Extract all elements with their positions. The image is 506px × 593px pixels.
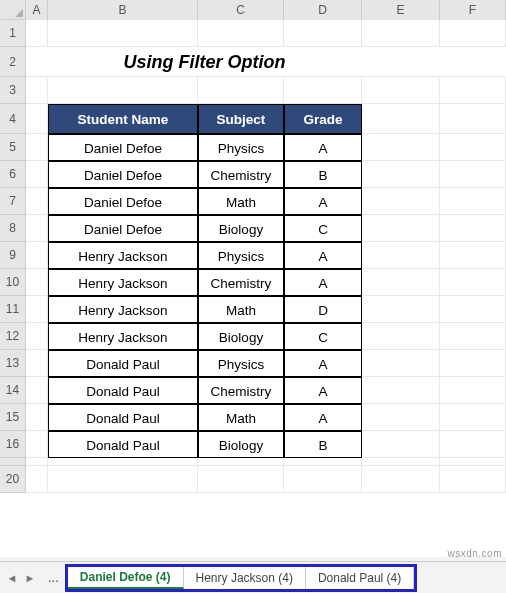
cell-student[interactable]: Donald Paul xyxy=(48,431,198,458)
row-header-8[interactable]: 8 xyxy=(0,215,26,242)
cell[interactable] xyxy=(440,466,506,493)
cell[interactable] xyxy=(440,269,506,296)
col-header-B[interactable]: B xyxy=(48,0,198,20)
cell-subject[interactable]: Physics xyxy=(198,134,284,161)
cell[interactable] xyxy=(26,377,48,404)
cell[interactable] xyxy=(26,47,48,77)
cell[interactable] xyxy=(362,20,440,47)
row-header-12[interactable]: 12 xyxy=(0,323,26,350)
cell[interactable] xyxy=(440,215,506,242)
cell[interactable] xyxy=(440,431,506,458)
cell[interactable] xyxy=(440,242,506,269)
cell[interactable] xyxy=(440,77,506,104)
cell[interactable] xyxy=(440,323,506,350)
cell[interactable] xyxy=(26,458,48,466)
cell[interactable] xyxy=(440,404,506,431)
cell-grade[interactable]: A xyxy=(284,377,362,404)
cell[interactable] xyxy=(362,47,440,77)
cell[interactable] xyxy=(362,188,440,215)
cell-student[interactable]: Daniel Defoe xyxy=(48,161,198,188)
cell-student[interactable]: Donald Paul xyxy=(48,350,198,377)
col-header-F[interactable]: F xyxy=(440,0,506,20)
cell[interactable] xyxy=(440,188,506,215)
row-header-20[interactable]: 20 xyxy=(0,466,26,493)
cell[interactable] xyxy=(362,77,440,104)
row-header-14[interactable]: 14 xyxy=(0,377,26,404)
cell[interactable] xyxy=(26,20,48,47)
cell-grade[interactable]: C xyxy=(284,215,362,242)
cell-grade[interactable]: B xyxy=(284,161,362,188)
cell[interactable] xyxy=(362,161,440,188)
cell-subject[interactable]: Biology xyxy=(198,215,284,242)
prev-sheet-button[interactable]: ◄ xyxy=(6,571,18,585)
col-header-C[interactable]: C xyxy=(198,0,284,20)
sheet-tab-daniel[interactable]: Daniel Defoe (4) xyxy=(68,567,184,589)
cell-student[interactable]: Donald Paul xyxy=(48,377,198,404)
cell-grade[interactable]: C xyxy=(284,323,362,350)
cell-student[interactable]: Daniel Defoe xyxy=(48,188,198,215)
cell-grade[interactable]: A xyxy=(284,188,362,215)
more-sheets-button[interactable]: ... xyxy=(42,570,65,585)
row-header-7[interactable]: 7 xyxy=(0,188,26,215)
sheet-tab-henry[interactable]: Henry Jackson (4) xyxy=(184,567,306,589)
cell[interactable] xyxy=(48,77,198,104)
cell-subject[interactable]: Biology xyxy=(198,431,284,458)
cell[interactable] xyxy=(440,20,506,47)
cell-grade[interactable]: A xyxy=(284,269,362,296)
sheet-tab-donald[interactable]: Donald Paul (4) xyxy=(306,567,414,589)
cell[interactable] xyxy=(48,458,198,466)
row-header-3[interactable]: 3 xyxy=(0,77,26,104)
cell[interactable] xyxy=(26,350,48,377)
cell[interactable] xyxy=(440,350,506,377)
cell[interactable] xyxy=(440,377,506,404)
cell[interactable] xyxy=(362,104,440,134)
cell-student[interactable]: Daniel Defoe xyxy=(48,215,198,242)
cell[interactable] xyxy=(26,188,48,215)
cell[interactable] xyxy=(362,350,440,377)
cell[interactable] xyxy=(198,20,284,47)
next-sheet-button[interactable]: ► xyxy=(24,571,36,585)
cell[interactable] xyxy=(362,215,440,242)
col-header-D[interactable]: D xyxy=(284,0,362,20)
row-header-2[interactable]: 2 xyxy=(0,47,26,77)
cell[interactable] xyxy=(26,296,48,323)
cell[interactable] xyxy=(284,20,362,47)
row-header-15[interactable]: 15 xyxy=(0,404,26,431)
cell[interactable] xyxy=(26,431,48,458)
cell[interactable] xyxy=(440,161,506,188)
cell[interactable] xyxy=(362,377,440,404)
cell-subject[interactable]: Chemistry xyxy=(198,269,284,296)
row-header-4[interactable]: 4 xyxy=(0,104,26,134)
cell[interactable] xyxy=(48,466,198,493)
cell[interactable] xyxy=(26,404,48,431)
table-header-student[interactable]: Student Name xyxy=(48,104,198,134)
cell-student[interactable]: Henry Jackson xyxy=(48,296,198,323)
cell-subject[interactable]: Math xyxy=(198,296,284,323)
cell[interactable] xyxy=(362,466,440,493)
cell[interactable] xyxy=(440,47,506,77)
cell[interactable] xyxy=(362,431,440,458)
cell[interactable] xyxy=(362,242,440,269)
cell[interactable] xyxy=(26,77,48,104)
cell[interactable] xyxy=(362,269,440,296)
page-title[interactable]: Using Filter Option xyxy=(48,47,362,77)
row-header-13[interactable]: 13 xyxy=(0,350,26,377)
cell[interactable] xyxy=(198,458,284,466)
cell-student[interactable]: Daniel Defoe xyxy=(48,134,198,161)
cell-subject[interactable]: Chemistry xyxy=(198,161,284,188)
cell[interactable] xyxy=(26,466,48,493)
cell[interactable] xyxy=(198,466,284,493)
cell-grade[interactable]: B xyxy=(284,431,362,458)
cell-grade[interactable]: A xyxy=(284,404,362,431)
row-header-6[interactable]: 6 xyxy=(0,161,26,188)
cell-grade[interactable]: D xyxy=(284,296,362,323)
cell-subject[interactable]: Math xyxy=(198,404,284,431)
cell-subject[interactable]: Physics xyxy=(198,350,284,377)
cell-student[interactable]: Henry Jackson xyxy=(48,242,198,269)
cell[interactable] xyxy=(362,458,440,466)
select-all-corner[interactable] xyxy=(0,0,26,20)
row-header-9[interactable]: 9 xyxy=(0,242,26,269)
row-header-collapsed[interactable] xyxy=(0,458,26,466)
cell-grade[interactable]: A xyxy=(284,134,362,161)
cell[interactable] xyxy=(362,296,440,323)
